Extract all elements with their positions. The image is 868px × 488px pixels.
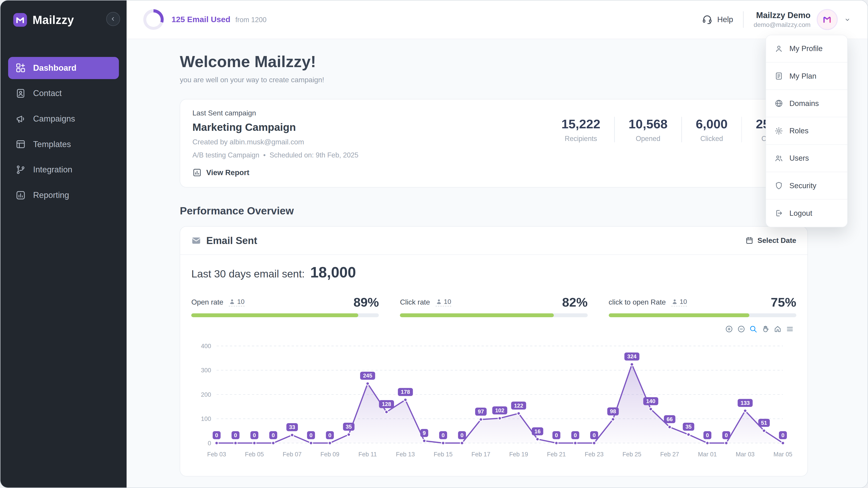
user-email: demo@mailzzy.com bbox=[754, 21, 811, 29]
menu-item-logout[interactable]: Logout bbox=[766, 199, 847, 227]
menu-item-my-profile[interactable]: My Profile bbox=[766, 35, 847, 63]
email-usage-used: 125 Email Used bbox=[172, 15, 230, 24]
svg-text:97: 97 bbox=[478, 409, 484, 415]
sidebar-item-reporting[interactable]: Reporting bbox=[8, 184, 119, 206]
rate-top: Click rate1082% bbox=[400, 295, 587, 310]
chevron-down-icon[interactable] bbox=[844, 16, 851, 23]
profile-icon bbox=[774, 44, 783, 53]
sidebar-item-integration[interactable]: Integration bbox=[8, 159, 119, 181]
performance-card-header: Email Sent Select Date bbox=[180, 227, 807, 255]
rate-audience: 10 bbox=[671, 298, 687, 306]
svg-text:Mar 01: Mar 01 bbox=[698, 451, 717, 457]
performance-section-title: Performance Overview bbox=[180, 205, 808, 217]
performance-card-body: Last 30 days email sent: 18,000 Open rat… bbox=[180, 255, 807, 476]
security-icon bbox=[774, 181, 783, 190]
menu-item-roles[interactable]: Roles bbox=[766, 117, 847, 144]
integration-icon bbox=[16, 164, 26, 175]
zoom-out-icon[interactable] bbox=[737, 325, 745, 333]
email-sent-chart[interactable]: 0100200300400Feb 03Feb 05Feb 07Feb 09Feb… bbox=[191, 329, 796, 468]
campaign-schedule: Scheduled on: 9th Feb, 2025 bbox=[270, 151, 358, 159]
stat-label: Recipients bbox=[561, 135, 600, 142]
main-area: 125 Email Used from 1200 Help Mailzzy De… bbox=[127, 0, 868, 488]
stat-label: Opened bbox=[629, 135, 668, 142]
svg-text:Feb 05: Feb 05 bbox=[245, 451, 264, 457]
svg-text:0: 0 bbox=[253, 432, 256, 438]
select-date-label: Select Date bbox=[757, 236, 796, 245]
menu-item-label: Users bbox=[789, 154, 809, 162]
email-usage-from: from 1200 bbox=[235, 16, 267, 24]
svg-text:0: 0 bbox=[593, 432, 596, 438]
sidebar-item-templates[interactable]: Templates bbox=[8, 133, 119, 156]
svg-text:66: 66 bbox=[666, 416, 673, 422]
menu-item-security[interactable]: Security bbox=[766, 172, 847, 199]
sidebar: Mailzzy DashboardContactCampaignsTemplat… bbox=[0, 0, 127, 488]
menu-item-users[interactable]: Users bbox=[766, 145, 847, 172]
sidebar-nav: DashboardContactCampaignsTemplatesIntegr… bbox=[0, 57, 127, 206]
user-menu: My ProfileMy PlanDomainsRolesUsersSecuri… bbox=[766, 35, 847, 228]
menu-item-label: My Plan bbox=[789, 72, 816, 80]
person-icon bbox=[671, 298, 678, 305]
globe-icon bbox=[774, 99, 783, 108]
content: Welcome Mailzzy! you are well on your wa… bbox=[127, 39, 868, 488]
menu-item-domains[interactable]: Domains bbox=[766, 90, 847, 117]
svg-text:98: 98 bbox=[610, 408, 616, 414]
svg-text:100: 100 bbox=[201, 416, 211, 422]
rate-top: Open rate1089% bbox=[191, 295, 379, 310]
svg-text:Feb 11: Feb 11 bbox=[359, 451, 377, 457]
svg-text:9: 9 bbox=[423, 430, 426, 436]
menu-item-my-plan[interactable]: My Plan bbox=[766, 63, 847, 90]
rate-progress-fill bbox=[191, 313, 358, 317]
svg-text:0: 0 bbox=[725, 432, 728, 438]
help-button[interactable]: Help bbox=[702, 14, 733, 25]
svg-text:Feb 09: Feb 09 bbox=[320, 451, 340, 457]
rate-count-value: 10 bbox=[680, 298, 687, 305]
avatar[interactable] bbox=[817, 9, 838, 30]
stat-opened: 10,568Opened bbox=[615, 117, 682, 142]
rate-label: Click rate bbox=[400, 298, 430, 306]
reporting-icon bbox=[16, 190, 26, 201]
plan-icon bbox=[774, 72, 783, 80]
svg-text:0: 0 bbox=[706, 432, 709, 438]
svg-text:0: 0 bbox=[215, 432, 218, 438]
svg-text:200: 200 bbox=[201, 391, 211, 398]
select-date-button[interactable]: Select Date bbox=[745, 236, 796, 245]
envelope-icon bbox=[191, 236, 201, 246]
sidebar-item-campaigns[interactable]: Campaigns bbox=[8, 108, 119, 130]
campaign-info: Last Sent campaign Marketing Campaign Cr… bbox=[192, 109, 358, 159]
menu-item-label: My Profile bbox=[789, 44, 823, 53]
users-icon bbox=[774, 154, 783, 163]
rate-audience: 10 bbox=[229, 298, 244, 306]
svg-text:122: 122 bbox=[514, 402, 523, 409]
menu-item-label: Security bbox=[789, 182, 816, 190]
svg-text:0: 0 bbox=[329, 432, 332, 438]
topbar: 125 Email Used from 1200 Help Mailzzy De… bbox=[127, 0, 868, 39]
sidebar-item-contact[interactable]: Contact bbox=[8, 82, 119, 104]
svg-text:Feb 15: Feb 15 bbox=[434, 451, 453, 457]
sidebar-collapse-button[interactable] bbox=[106, 12, 120, 26]
pan-icon[interactable] bbox=[761, 325, 770, 333]
stat-clicked: 6,000Clicked bbox=[682, 117, 741, 142]
calendar-icon bbox=[745, 236, 754, 245]
user-account-button[interactable]: Mailzzy Demo demo@mailzzy.com bbox=[754, 9, 851, 30]
view-report-button[interactable]: View Report bbox=[192, 168, 249, 177]
email-usage-text: 125 Email Used from 1200 bbox=[172, 15, 267, 24]
svg-text:Feb 13: Feb 13 bbox=[396, 451, 415, 457]
sidebar-item-label: Integration bbox=[33, 165, 72, 174]
sidebar-item-label: Dashboard bbox=[33, 63, 76, 73]
svg-text:51: 51 bbox=[761, 420, 767, 426]
email-usage-ring bbox=[143, 9, 164, 30]
rate-progressbar bbox=[609, 313, 796, 317]
sidebar-item-dashboard[interactable]: Dashboard bbox=[8, 57, 119, 79]
zoom-in-icon[interactable] bbox=[725, 325, 733, 333]
selection-zoom-icon[interactable] bbox=[749, 325, 757, 333]
help-icon bbox=[702, 14, 713, 25]
rate-click-to-open-rate: click to open Rate1075% bbox=[609, 295, 796, 317]
menu-icon[interactable] bbox=[786, 325, 794, 333]
svg-text:Feb 03: Feb 03 bbox=[207, 451, 226, 457]
home-icon[interactable] bbox=[774, 325, 782, 333]
svg-text:140: 140 bbox=[646, 398, 655, 404]
app-window: Mailzzy DashboardContactCampaignsTemplat… bbox=[0, 0, 868, 488]
campaign-top: Last Sent campaign Marketing Campaign Cr… bbox=[192, 109, 795, 159]
svg-text:300: 300 bbox=[201, 367, 211, 374]
campaign-eyebrow: Last Sent campaign bbox=[192, 109, 358, 117]
